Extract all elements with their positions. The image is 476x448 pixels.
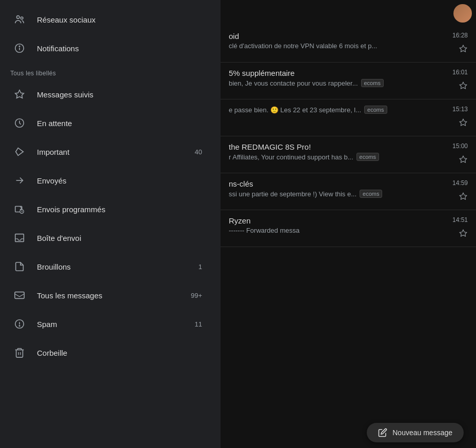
all-messages-icon — [10, 286, 29, 304]
email-preview: e passe bien. 🙂 Les 22 et 23 septembre, … — [229, 106, 447, 114]
star-outline-icon — [10, 85, 29, 104]
email-list: oid clé d'activation de notre VPN valabl… — [221, 26, 476, 417]
email-meta: 16:01 — [452, 69, 468, 90]
email-time: 14:51 — [452, 216, 468, 223]
star-button[interactable] — [459, 229, 468, 238]
email-item[interactable]: 5% supplémentaire bien, Je vous contacte… — [221, 63, 476, 99]
star-button[interactable] — [459, 81, 468, 90]
sidebar-item-brouillons-badge: 1 — [199, 263, 202, 271]
star-button[interactable] — [459, 155, 468, 164]
important-icon — [10, 142, 29, 161]
clock-icon — [10, 114, 29, 132]
email-meta: 15:13 — [452, 106, 468, 127]
email-preview: ------- Forwarded messa — [229, 227, 447, 234]
email-time: 15:00 — [452, 142, 468, 150]
sidebar-item-tous-messages[interactable]: Tous les messages 99+ — [0, 281, 212, 310]
sidebar-item-boite-envoi[interactable]: Boîte d'envoi — [0, 223, 212, 252]
sidebar-item-envois-programmes[interactable]: Envois programmés — [0, 195, 212, 223]
svg-point-15 — [19, 325, 19, 326]
svg-marker-5 — [15, 90, 24, 98]
email-item[interactable]: e passe bien. 🙂 Les 22 et 23 septembre, … — [221, 99, 476, 136]
email-tag: ecoms — [361, 79, 384, 87]
email-body: 5% supplémentaire bien, Je vous contacte… — [229, 69, 452, 87]
sidebar-item-boite-envoi-label: Boîte d'envoi — [37, 234, 202, 242]
sidebar-item-tous-messages-badge: 99+ — [191, 292, 202, 299]
email-meta: 16:28 — [452, 32, 468, 53]
email-body: e passe bien. 🙂 Les 22 et 23 septembre, … — [229, 106, 452, 114]
sidebar-item-messages-suivis[interactable]: Messages suivis — [0, 80, 212, 109]
sidebar-item-brouillons[interactable]: Brouillons 1 — [0, 252, 212, 281]
info-icon — [10, 39, 29, 57]
star-button[interactable] — [459, 192, 468, 201]
pencil-icon — [378, 428, 387, 437]
compose-button[interactable]: Nouveau message — [367, 423, 464, 442]
sidebar-item-en-attente[interactable]: En attente — [0, 109, 212, 137]
sidebar-item-envoyes[interactable]: Envoyés — [0, 166, 212, 195]
main-content: oid clé d'activation de notre VPN valabl… — [221, 0, 476, 448]
email-meta: 14:59 — [452, 179, 468, 201]
email-meta: 15:00 — [452, 142, 468, 164]
email-body: ns-clés ssi une partie de septembre !) V… — [229, 179, 452, 198]
email-item[interactable]: the REDMAGIC 8S Pro! r Affiliates, Your … — [221, 136, 476, 173]
sidebar-item-reseaux-sociaux-label: Réseaux sociaux — [37, 15, 202, 24]
email-body: the REDMAGIC 8S Pro! r Affiliates, Your … — [229, 142, 452, 161]
svg-marker-22 — [460, 193, 467, 199]
send-icon — [10, 171, 29, 190]
email-body: oid clé d'activation de notre VPN valabl… — [229, 32, 452, 50]
svg-rect-12 — [15, 292, 24, 299]
email-subject: 5% supplémentaire — [229, 69, 447, 77]
sidebar-item-notifications[interactable]: Notifications — [0, 34, 212, 63]
email-subject: the REDMAGIC 8S Pro! — [229, 142, 447, 151]
svg-marker-7 — [16, 148, 24, 156]
star-button[interactable] — [459, 118, 468, 127]
email-preview: ssi une partie de septembre !) View this… — [229, 190, 447, 198]
outbox-icon — [10, 229, 29, 247]
email-tag: ecoms — [356, 153, 379, 161]
email-preview: r Affiliates, Your continued support has… — [229, 153, 447, 161]
email-tag: ecoms — [360, 190, 382, 198]
sidebar-item-corbeille-label: Corbeille — [37, 349, 202, 357]
email-time: 16:01 — [452, 69, 468, 76]
trash-icon — [10, 343, 29, 362]
section-header-tous-libelles: Tous les libellés — [0, 63, 221, 80]
sidebar-item-important-badge: 40 — [195, 148, 202, 156]
sidebar-item-corbeille[interactable]: Corbeille — [0, 338, 212, 367]
sidebar-item-envois-programmes-label: Envois programmés — [37, 205, 202, 214]
email-subject: ns-clés — [229, 179, 447, 188]
email-time: 16:28 — [452, 32, 468, 39]
compose-button-label: Nouveau message — [392, 429, 452, 437]
email-item[interactable]: Ryzen ------- Forwarded messa 14:51 — [221, 210, 476, 247]
spam-icon — [10, 315, 29, 333]
email-subject: oid — [229, 32, 447, 40]
svg-point-0 — [17, 16, 20, 19]
email-item[interactable]: ns-clés ssi une partie de septembre !) V… — [221, 173, 476, 210]
sidebar-item-spam[interactable]: Spam 11 — [0, 310, 212, 338]
sidebar-item-reseaux-sociaux[interactable]: Réseaux sociaux — [0, 5, 212, 34]
svg-marker-23 — [460, 230, 467, 236]
sidebar-item-envoyes-label: Envoyés — [37, 176, 202, 185]
email-time: 14:59 — [452, 179, 468, 187]
sidebar-item-notifications-label: Notifications — [37, 44, 202, 53]
social-icon — [10, 10, 29, 29]
sidebar-item-brouillons-label: Brouillons — [37, 262, 199, 271]
sidebar-item-messages-suivis-label: Messages suivis — [37, 90, 202, 99]
draft-icon — [10, 257, 29, 276]
svg-point-1 — [21, 17, 23, 19]
email-tag: ecoms — [364, 106, 387, 114]
email-body: Ryzen ------- Forwarded messa — [229, 216, 452, 234]
sidebar: Réseaux sociaux Notifications Tous les l… — [0, 0, 221, 448]
svg-marker-20 — [460, 119, 467, 126]
avatar[interactable] — [453, 4, 472, 23]
svg-marker-18 — [460, 45, 467, 52]
sidebar-item-important[interactable]: Important 40 — [0, 137, 212, 166]
svg-point-4 — [19, 46, 19, 47]
email-subject: Ryzen — [229, 216, 447, 225]
sidebar-item-spam-label: Spam — [37, 320, 195, 329]
compose-bar: Nouveau message — [221, 417, 476, 448]
star-button[interactable] — [459, 44, 468, 53]
email-item[interactable]: oid clé d'activation de notre VPN valabl… — [221, 26, 476, 63]
email-preview: clé d'activation de notre VPN valable 6 … — [229, 42, 447, 50]
email-meta: 14:51 — [452, 216, 468, 238]
email-time: 15:13 — [452, 106, 468, 113]
sidebar-item-spam-badge: 11 — [195, 320, 202, 328]
